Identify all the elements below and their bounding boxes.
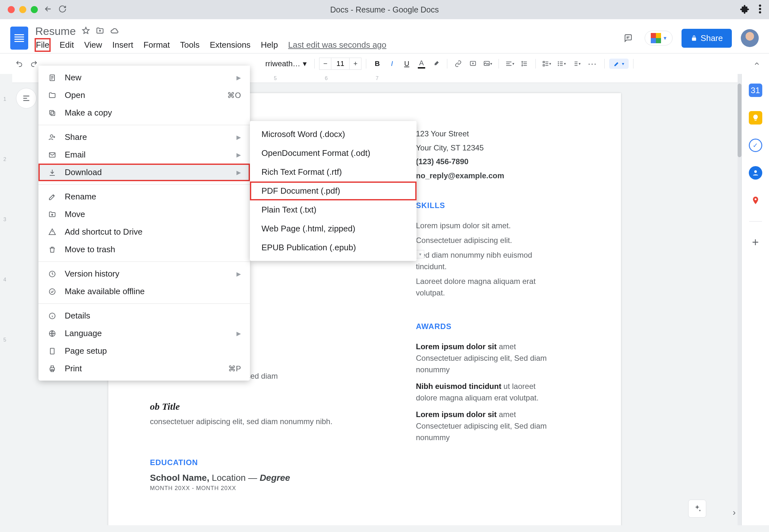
bold-button[interactable]: B	[371, 57, 384, 70]
menu-item-add-shortcut[interactable]: Add shortcut to Drive	[38, 223, 250, 241]
more-toolbar-button[interactable]: ⋯	[585, 59, 600, 69]
menu-item-move[interactable]: Move	[38, 206, 250, 223]
window-close[interactable]	[8, 6, 15, 13]
scroll-thumb[interactable]	[738, 84, 741, 157]
cloud-status-icon[interactable]	[110, 26, 119, 36]
menu-item-offline[interactable]: Make available offline	[38, 283, 250, 300]
insert-link-button[interactable]	[452, 57, 465, 70]
comment-history-icon[interactable]	[620, 30, 636, 46]
italic-button[interactable]: I	[385, 57, 398, 70]
menu-item-details[interactable]: Details	[38, 307, 250, 325]
download-docx[interactable]: Microsoft Word (.docx)	[250, 125, 417, 144]
insert-image-button[interactable]: ▾	[481, 57, 494, 70]
line-spacing-button[interactable]	[518, 57, 531, 70]
svg-point-2	[759, 11, 761, 13]
svg-point-1	[759, 8, 761, 10]
download-rtf[interactable]: Rich Text Format (.rtf)	[250, 163, 417, 181]
download-pdf[interactable]: PDF Document (.pdf)	[250, 181, 417, 200]
undo-button[interactable]	[13, 57, 26, 70]
download-html[interactable]: Web Page (.html, zipped)	[250, 219, 417, 238]
globe-icon	[47, 330, 57, 337]
highlight-button[interactable]	[430, 57, 442, 70]
menu-item-share[interactable]: Share ▶	[38, 128, 250, 146]
menu-item-rename[interactable]: Rename	[38, 188, 250, 206]
window-minimize[interactable]	[19, 6, 26, 13]
share-button[interactable]: Share	[682, 29, 732, 48]
separator	[38, 184, 250, 185]
font-size-value[interactable]: 11	[331, 58, 349, 70]
page-icon	[47, 347, 57, 355]
vertical-scrollbar[interactable]	[738, 74, 741, 525]
back-button[interactable]	[44, 4, 53, 15]
address-line: 123 Your Street	[416, 128, 550, 139]
menu-file[interactable]: File	[35, 39, 50, 51]
menu-extensions[interactable]: Extensions	[209, 39, 251, 51]
pencil-icon	[614, 60, 620, 67]
separator	[447, 59, 447, 69]
align-button[interactable]: ▾	[503, 57, 516, 70]
download-txt[interactable]: Plain Text (.txt)	[250, 200, 417, 219]
star-icon[interactable]	[82, 27, 90, 36]
menu-item-make-copy[interactable]: Make a copy	[38, 104, 250, 122]
school-line: School Name, Location — Degree	[150, 473, 397, 483]
menu-item-email[interactable]: Email ▶	[38, 146, 250, 164]
text-color-button[interactable]: A	[415, 57, 428, 70]
menu-format[interactable]: Format	[143, 39, 170, 51]
font-size-increase[interactable]: +	[349, 58, 361, 70]
print-layout-toggle[interactable]: ▾	[416, 250, 424, 258]
menu-item-move-to-trash[interactable]: Move to trash	[38, 241, 250, 258]
extensions-icon[interactable]	[740, 4, 750, 15]
font-size-decrease[interactable]: −	[319, 58, 331, 70]
explore-button[interactable]	[688, 500, 706, 518]
offline-icon	[47, 288, 57, 295]
hide-menus-button[interactable]	[750, 57, 763, 70]
account-avatar[interactable]	[741, 29, 759, 47]
docs-logo-icon[interactable]	[10, 27, 28, 50]
email-icon	[47, 151, 57, 159]
menu-item-download[interactable]: Download ▶	[38, 164, 250, 181]
side-panel-collapse-icon[interactable]: ›	[733, 507, 736, 518]
shortcut: ⌘O	[227, 91, 241, 100]
menu-help[interactable]: Help	[260, 39, 279, 51]
submenu-arrow-icon: ▶	[237, 270, 241, 278]
maps-addon-icon[interactable]	[749, 194, 762, 207]
document-icon	[47, 74, 57, 82]
tasks-addon-icon[interactable]: ✓	[749, 139, 762, 152]
menu-item-version-history[interactable]: Version history ▶	[38, 265, 250, 283]
underline-button[interactable]: U	[400, 57, 413, 70]
browser-menu-icon[interactable]	[759, 4, 761, 15]
submenu-arrow-icon: ▶	[237, 330, 241, 337]
get-addons-icon[interactable]: +	[749, 236, 762, 249]
download-epub[interactable]: EPUB Publication (.epub)	[250, 238, 417, 257]
bullet-list-button[interactable]: ▾	[555, 57, 568, 70]
refresh-button[interactable]	[58, 5, 67, 14]
menu-tools[interactable]: Tools	[179, 39, 200, 51]
calendar-addon-icon[interactable]: 31	[749, 84, 762, 97]
meet-button[interactable]: ▾	[645, 31, 673, 45]
last-edit-link[interactable]: Last edit was seconds ago	[287, 39, 387, 51]
move-icon[interactable]	[96, 27, 104, 36]
number-list-button[interactable]: ▾	[570, 57, 583, 70]
editing-mode-button[interactable]: ▾	[609, 59, 629, 69]
contacts-addon-icon[interactable]	[749, 166, 762, 180]
skills-heading: SKILLS	[416, 200, 550, 211]
browser-chrome: Docs - Resume - Google Docs	[0, 0, 769, 19]
menu-item-open[interactable]: Open ⌘O	[38, 86, 250, 104]
download-odt[interactable]: OpenDocument Format (.odt)	[250, 144, 417, 163]
history-icon	[47, 270, 57, 278]
checklist-button[interactable]: ▾	[540, 57, 553, 70]
font-family-selector[interactable]: rriweath… ▾	[262, 59, 310, 68]
menu-edit[interactable]: Edit	[59, 39, 75, 51]
window-maximize[interactable]	[31, 6, 38, 13]
menu-item-language[interactable]: Language ▶	[38, 325, 250, 342]
keep-addon-icon[interactable]	[749, 111, 762, 125]
menu-insert[interactable]: Insert	[112, 39, 134, 51]
insert-comment-button[interactable]	[466, 57, 479, 70]
menu-item-page-setup[interactable]: Page setup	[38, 342, 250, 360]
docs-header: Resume File Edit View Insert Format Tool…	[0, 19, 769, 53]
download-submenu: Microsoft Word (.docx) OpenDocument Form…	[250, 121, 417, 261]
menu-item-print[interactable]: Print ⌘P	[38, 360, 250, 377]
document-title[interactable]: Resume	[35, 25, 76, 37]
menu-item-new[interactable]: New ▶	[38, 69, 250, 86]
menu-view[interactable]: View	[84, 39, 103, 51]
